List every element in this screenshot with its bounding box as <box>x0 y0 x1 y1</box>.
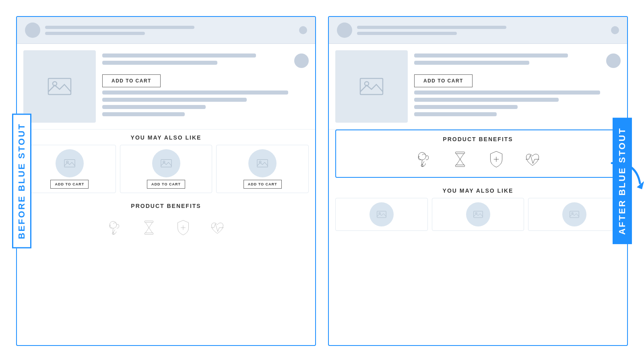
after-nav-avatar <box>337 23 352 38</box>
after-detail-line-3 <box>414 90 600 95</box>
before-related-img-icon-3 <box>257 158 268 168</box>
after-related-item-1 <box>335 198 428 231</box>
before-benefits-heading: PRODUCT BENEFITS <box>17 198 315 213</box>
before-nav-avatar <box>25 23 40 38</box>
after-you-may-heading: YOU MAY ALSO LIKE <box>329 183 627 198</box>
after-brain-icon <box>412 147 436 171</box>
before-related-grid: ADD TO CART ADD TO CART <box>17 145 315 198</box>
after-detail-line-6 <box>414 112 497 116</box>
before-benefits-icons <box>17 213 315 242</box>
after-detail-line-5 <box>414 105 518 109</box>
svg-rect-10 <box>144 221 153 222</box>
svg-rect-18 <box>455 152 464 154</box>
after-nav-dot <box>611 26 619 34</box>
after-product-section: ADD TO CART <box>329 44 627 130</box>
after-related-item-2 <box>432 198 524 231</box>
before-shield-plus-icon <box>172 216 194 239</box>
after-product-details: ADD TO CART <box>414 50 621 123</box>
after-navbar <box>329 17 627 44</box>
before-related-add-3[interactable]: ADD TO CART <box>244 180 282 189</box>
svg-rect-0 <box>48 78 71 95</box>
after-detail-line-4 <box>414 98 559 102</box>
after-related-image-2 <box>466 202 490 226</box>
after-related-img-icon-3 <box>570 210 579 218</box>
after-nav-line-1 <box>357 26 506 29</box>
after-related-image-3 <box>562 202 586 226</box>
before-brain-icon <box>104 216 126 239</box>
before-navbar <box>17 17 315 44</box>
before-related-item-2: ADD TO CART <box>120 145 213 193</box>
after-product-image <box>335 50 408 123</box>
svg-rect-14 <box>360 78 383 95</box>
after-image-placeholder-icon <box>359 76 384 97</box>
before-product-details: ADD TO CART <box>102 50 309 123</box>
after-benefits-section: PRODUCT BENEFITS <box>335 130 621 178</box>
after-related-grid <box>329 198 627 231</box>
main-container: BEFORE BLUE STOUT <box>16 16 628 346</box>
svg-rect-22 <box>377 211 386 218</box>
after-benefits-heading: PRODUCT BENEFITS <box>443 136 513 142</box>
before-panel: ADD TO CART YOU MAY ALSO LIKE ADD TO <box>16 16 316 346</box>
after-shield-plus-icon <box>484 147 508 171</box>
before-related-add-1[interactable]: ADD TO CART <box>50 180 89 189</box>
before-nav-line-1 <box>45 26 194 29</box>
after-add-to-cart-button[interactable]: ADD TO CART <box>414 74 473 87</box>
before-product-image <box>23 50 96 123</box>
after-detail-avatar <box>606 53 621 68</box>
before-hourglass-icon <box>138 216 160 239</box>
svg-rect-4 <box>161 160 171 167</box>
before-detail-line-3 <box>102 90 288 95</box>
before-detail-line-6 <box>102 112 185 116</box>
svg-point-16 <box>418 152 426 160</box>
svg-point-8 <box>110 221 117 228</box>
before-label: BEFORE BLUE STOUT <box>12 114 31 249</box>
before-related-item-3: ADD TO CART <box>216 145 309 193</box>
after-related-img-icon-1 <box>377 210 386 218</box>
after-detail-line-2 <box>414 61 529 65</box>
after-related-item-3 <box>528 198 621 231</box>
before-heartbeat-icon <box>206 216 229 239</box>
after-heartbeat-icon <box>520 147 545 171</box>
svg-rect-19 <box>455 165 464 167</box>
svg-rect-26 <box>570 211 579 218</box>
svg-rect-11 <box>144 232 153 234</box>
before-detail-avatar <box>294 53 309 68</box>
after-nav-line-2 <box>357 32 457 35</box>
after-hourglass-icon <box>448 147 472 171</box>
before-related-add-2[interactable]: ADD TO CART <box>147 180 185 189</box>
after-related-img-icon-2 <box>473 210 483 218</box>
before-related-image-2 <box>152 149 180 177</box>
before-related-img-icon-1 <box>64 158 75 168</box>
before-related-item-1: ADD TO CART <box>23 145 116 193</box>
before-detail-line-1 <box>102 53 256 58</box>
before-detail-line-4 <box>102 98 247 102</box>
arrow-container <box>604 151 644 201</box>
direction-arrow <box>604 151 644 200</box>
before-you-may-heading: YOU MAY ALSO LIKE <box>17 130 315 145</box>
before-detail-line-2 <box>102 61 217 65</box>
before-related-image-1 <box>56 149 84 177</box>
before-nav-line-2 <box>45 32 145 35</box>
before-nav-dot <box>299 26 307 34</box>
after-nav-lines <box>357 26 606 35</box>
svg-rect-24 <box>473 211 482 218</box>
after-panel: ADD TO CART PRODUCT BENEFITS <box>328 16 628 346</box>
before-add-to-cart-button[interactable]: ADD TO CART <box>102 74 161 87</box>
after-related-image-1 <box>369 202 394 226</box>
after-benefits-icons <box>412 147 545 171</box>
before-nav-lines <box>45 26 294 35</box>
svg-rect-6 <box>257 160 268 167</box>
before-related-image-3 <box>248 149 277 177</box>
svg-rect-2 <box>64 160 75 167</box>
before-image-placeholder-icon <box>47 76 72 97</box>
before-detail-line-5 <box>102 105 206 109</box>
before-product-section: ADD TO CART <box>17 44 315 130</box>
after-detail-line-1 <box>414 53 568 58</box>
before-related-img-icon-2 <box>161 158 172 168</box>
